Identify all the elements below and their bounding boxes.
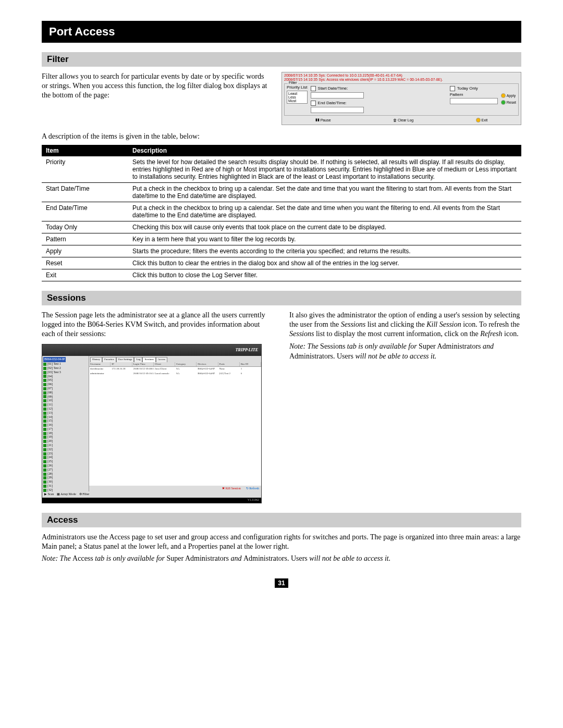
kill-session-button[interactable]: ✖ Kill Session (222, 487, 241, 491)
page-number: 31 (275, 578, 288, 588)
pattern-label: Pattern (450, 92, 498, 97)
end-date-label: End Date/Time: (318, 101, 347, 105)
tab-access[interactable]: Access (156, 357, 167, 362)
tree-item[interactable]: [04] (43, 375, 88, 379)
table-row: ResetClick this button to clear the entr… (42, 257, 521, 269)
tab-history[interactable]: History (90, 357, 102, 362)
sessions-heading: Sessions (42, 291, 521, 305)
filter-button[interactable]: ⚙ Filter (79, 492, 90, 497)
th-item: Item (42, 145, 128, 156)
sessions-right-text: It also gives the administrator the opti… (289, 311, 520, 338)
tree-item[interactable]: [19] (43, 435, 88, 439)
tree-item[interactable]: [14] (43, 415, 88, 419)
tab-favorites[interactable]: Favorites (102, 357, 116, 362)
exit-button[interactable]: Exit (476, 118, 488, 122)
tripplite-logo: TRIPP·LITE (236, 348, 258, 353)
tree-item[interactable]: [16] (43, 423, 88, 427)
tree-item[interactable]: [23] (43, 452, 88, 456)
filter-desc-table: Item Description PrioritySets the level … (42, 145, 521, 281)
device-tree[interactable]: B064-032-04-IP [01] Test 1[02] Test 2[03… (42, 356, 89, 491)
cell-item: End Date/Time (42, 202, 128, 221)
tree-item[interactable]: [30] (43, 480, 88, 484)
col-head: Bus ID (240, 362, 261, 367)
tab-sessions[interactable]: Sessions (142, 357, 155, 362)
tree-item[interactable]: [12] (43, 407, 88, 411)
tree-item[interactable]: [21] (43, 443, 88, 448)
today-only-checkbox[interactable] (450, 86, 455, 91)
cell-item: Exit (42, 269, 128, 281)
tree-item[interactable]: [08] (43, 391, 88, 395)
today-only-label: Today Only (457, 86, 478, 91)
tree-item[interactable]: [32] (43, 488, 88, 492)
tree-item[interactable]: [15] (43, 419, 88, 423)
tree-item[interactable]: [10] (43, 399, 88, 403)
grid-row[interactable]: administrator2008/10/12 09:10:59Local co… (89, 372, 261, 376)
tree-item[interactable]: [18] (43, 431, 88, 436)
tree-item[interactable]: [24] (43, 455, 88, 460)
sessions-screenshot: TRIPP·LITE B064-032-04-IP [01] Test 1[02… (42, 344, 262, 503)
cell-item: Pattern (42, 233, 128, 245)
grid-row[interactable]: davidmazinc172.18.10.182008/10/12 09:08:… (89, 367, 261, 372)
end-date-input[interactable] (311, 107, 364, 113)
pause-button[interactable]: ▮▮ Pause (315, 118, 331, 122)
col-head: Category (175, 362, 197, 367)
tab-bar: HistoryFavoritesUser SettingsLogSessions… (89, 356, 261, 362)
tab-user-settings[interactable]: User Settings (116, 357, 134, 362)
reset-button[interactable]: Reset (501, 100, 516, 105)
table-row: ExitClick this button to close the Log S… (42, 269, 521, 281)
filter-legend: Filter (288, 81, 298, 84)
start-date-input[interactable] (311, 92, 364, 98)
filter-desc-intro: A description of the items is given in t… (42, 132, 521, 141)
scan-button[interactable]: ▶ Scan (44, 492, 54, 497)
tree-item[interactable]: [13] (43, 411, 88, 415)
tree-item[interactable]: [07] (43, 387, 88, 391)
priority-list[interactable]: Least Less Most (287, 91, 308, 104)
status-bar: V1.0.062 (42, 498, 261, 503)
cell-desc: Checking this box will cause only events… (128, 221, 521, 233)
tree-item[interactable]: [29] (43, 476, 88, 480)
cell-item: Apply (42, 245, 128, 257)
table-row: PatternKey in a term here that you want … (42, 233, 521, 245)
tab-log[interactable]: Log (134, 357, 142, 362)
tree-item[interactable]: [02] Test 2 (43, 366, 88, 371)
col-head: Client (154, 362, 175, 367)
priority-opt-less[interactable]: Less (288, 95, 302, 99)
cell-item: Reset (42, 257, 128, 269)
grid-header: UsernameIPLogin TimeClientCategoryDevice… (89, 362, 261, 367)
filter-dialog: 2008/07/15 14:10:35 Sys: Connected to 10… (282, 72, 521, 125)
cell-item: Start Date/Time (42, 182, 128, 202)
tree-item[interactable]: [03] Test 3 (43, 371, 88, 375)
cell-desc: Sets the level for how detailed the sear… (128, 156, 521, 183)
clear-log-button[interactable]: 🗑 Clear Log (393, 118, 413, 122)
tree-item[interactable]: [01] Test 1 (43, 362, 88, 366)
tree-item[interactable]: [17] (43, 427, 88, 431)
tree-item[interactable]: [28] (43, 472, 88, 476)
tree-item[interactable]: [06] (43, 382, 88, 387)
apply-button[interactable]: Apply (501, 93, 516, 98)
cell-desc: Put a check in the checkbox to bring up … (128, 182, 521, 202)
start-date-checkbox[interactable] (311, 86, 316, 91)
tree-item[interactable]: [05] (43, 378, 88, 382)
table-row: Start Date/TimePut a check in the checkb… (42, 182, 521, 202)
tree-item[interactable]: [20] (43, 439, 88, 443)
table-row: PrioritySets the level for how detailed … (42, 156, 521, 183)
access-note: Note: The Access tab is only available f… (42, 554, 521, 563)
tree-item[interactable]: [27] (43, 468, 88, 472)
priority-opt-least[interactable]: Least (288, 92, 302, 95)
refresh-button[interactable]: ↻ Refresh (246, 487, 259, 491)
array-mode-button[interactable]: ▦ Array Mode (57, 492, 76, 497)
tree-root[interactable]: B064-032-04-IP (43, 357, 66, 362)
tree-item[interactable]: [11] (43, 403, 88, 407)
col-head: Login Time (132, 362, 154, 367)
tree-item[interactable]: [25] (43, 460, 88, 464)
page-title-bar: Port Access (42, 21, 521, 43)
tree-item[interactable]: [26] (43, 464, 88, 468)
tree-item[interactable]: [09] (43, 395, 88, 399)
end-date-checkbox[interactable] (311, 101, 316, 106)
tree-item[interactable]: [22] (43, 448, 88, 452)
filter-heading: Filter (42, 52, 521, 67)
priority-opt-most[interactable]: Most (288, 99, 302, 103)
cell-item: Today Only (42, 221, 128, 233)
pattern-input[interactable] (450, 98, 498, 104)
tree-item[interactable]: [31] (43, 484, 88, 488)
